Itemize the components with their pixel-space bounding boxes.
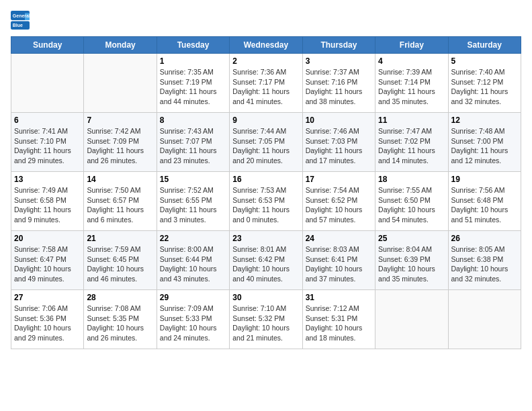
week-row-0: 1Sunrise: 7:35 AM Sunset: 7:19 PM Daylig…	[11, 54, 521, 113]
calendar-cell: 8Sunrise: 7:43 AM Sunset: 7:07 PM Daylig…	[157, 113, 229, 172]
calendar-cell	[375, 290, 448, 349]
day-number: 22	[160, 234, 226, 243]
calendar-cell: 16Sunrise: 7:53 AM Sunset: 6:53 PM Dayli…	[230, 172, 302, 231]
day-header-friday: Friday	[375, 37, 448, 54]
calendar-cell: 18Sunrise: 7:55 AM Sunset: 6:50 PM Dayli…	[375, 172, 448, 231]
calendar-header: SundayMondayTuesdayWednesdayThursdayFrid…	[11, 37, 521, 54]
day-content: Sunrise: 7:39 AM Sunset: 7:14 PM Dayligh…	[378, 67, 445, 107]
day-content: Sunrise: 7:43 AM Sunset: 7:07 PM Dayligh…	[160, 126, 226, 166]
day-number: 5	[451, 56, 518, 66]
week-row-1: 6Sunrise: 7:41 AM Sunset: 7:10 PM Daylig…	[11, 113, 521, 172]
day-content: Sunrise: 7:08 AM Sunset: 5:35 PM Dayligh…	[87, 304, 153, 343]
day-content: Sunrise: 7:10 AM Sunset: 5:32 PM Dayligh…	[232, 304, 299, 343]
day-number: 6	[14, 116, 81, 125]
calendar-cell: 25Sunrise: 8:04 AM Sunset: 6:39 PM Dayli…	[375, 231, 448, 290]
day-content: Sunrise: 7:40 AM Sunset: 7:12 PM Dayligh…	[451, 67, 518, 107]
day-number: 23	[232, 234, 299, 243]
day-content: Sunrise: 7:59 AM Sunset: 6:45 PM Dayligh…	[87, 244, 153, 284]
calendar-cell: 17Sunrise: 7:54 AM Sunset: 6:52 PM Dayli…	[302, 172, 375, 231]
day-header-monday: Monday	[84, 37, 157, 54]
day-number: 4	[378, 56, 445, 66]
calendar-table: SundayMondayTuesdayWednesdayThursdayFrid…	[11, 36, 521, 349]
day-number: 14	[87, 175, 153, 184]
day-number: 10	[306, 116, 372, 125]
day-content: Sunrise: 7:48 AM Sunset: 7:00 PM Dayligh…	[451, 126, 518, 166]
day-content: Sunrise: 7:12 AM Sunset: 5:31 PM Dayligh…	[306, 304, 372, 343]
day-content: Sunrise: 7:54 AM Sunset: 6:52 PM Dayligh…	[306, 185, 372, 225]
calendar-cell	[84, 54, 157, 113]
day-number: 1	[160, 56, 226, 66]
calendar-cell: 11Sunrise: 7:47 AM Sunset: 7:02 PM Dayli…	[375, 113, 448, 172]
day-number: 11	[378, 116, 445, 125]
day-content: Sunrise: 8:01 AM Sunset: 6:42 PM Dayligh…	[232, 244, 299, 284]
calendar-cell: 26Sunrise: 8:05 AM Sunset: 6:38 PM Dayli…	[448, 231, 521, 290]
day-number: 2	[232, 56, 299, 66]
calendar-cell: 14Sunrise: 7:50 AM Sunset: 6:57 PM Dayli…	[84, 172, 157, 231]
calendar-body: 1Sunrise: 7:35 AM Sunset: 7:19 PM Daylig…	[11, 54, 521, 349]
calendar-cell: 2Sunrise: 7:36 AM Sunset: 7:17 PM Daylig…	[230, 54, 302, 113]
calendar-cell: 7Sunrise: 7:42 AM Sunset: 7:09 PM Daylig…	[84, 113, 157, 172]
day-number: 8	[160, 116, 226, 125]
day-number: 16	[232, 175, 299, 184]
calendar-cell: 12Sunrise: 7:48 AM Sunset: 7:00 PM Dayli…	[448, 113, 521, 172]
calendar-cell: 3Sunrise: 7:37 AM Sunset: 7:16 PM Daylig…	[302, 54, 375, 113]
day-content: Sunrise: 7:37 AM Sunset: 7:16 PM Dayligh…	[306, 67, 372, 107]
day-number: 17	[306, 175, 372, 184]
calendar-cell: 19Sunrise: 7:56 AM Sunset: 6:48 PM Dayli…	[448, 172, 521, 231]
logo-icon: General Blue	[11, 11, 30, 30]
day-content: Sunrise: 8:04 AM Sunset: 6:39 PM Dayligh…	[378, 244, 445, 284]
day-header-saturday: Saturday	[448, 37, 521, 54]
calendar-cell: 22Sunrise: 8:00 AM Sunset: 6:44 PM Dayli…	[157, 231, 229, 290]
calendar-cell: 23Sunrise: 8:01 AM Sunset: 6:42 PM Dayli…	[230, 231, 302, 290]
calendar-cell: 20Sunrise: 7:58 AM Sunset: 6:47 PM Dayli…	[11, 231, 84, 290]
day-number: 13	[14, 175, 81, 184]
day-header-wednesday: Wednesday	[230, 37, 302, 54]
calendar-cell: 4Sunrise: 7:39 AM Sunset: 7:14 PM Daylig…	[375, 54, 448, 113]
day-content: Sunrise: 7:49 AM Sunset: 6:58 PM Dayligh…	[14, 185, 81, 225]
day-number: 9	[232, 116, 299, 125]
calendar-cell: 15Sunrise: 7:52 AM Sunset: 6:55 PM Dayli…	[157, 172, 229, 231]
day-number: 12	[451, 116, 518, 125]
week-row-4: 27Sunrise: 7:06 AM Sunset: 5:36 PM Dayli…	[11, 290, 521, 349]
svg-text:General: General	[13, 13, 30, 18]
day-content: Sunrise: 7:53 AM Sunset: 6:53 PM Dayligh…	[232, 185, 299, 225]
day-content: Sunrise: 7:47 AM Sunset: 7:02 PM Dayligh…	[378, 126, 445, 166]
day-number: 26	[451, 234, 518, 243]
day-content: Sunrise: 7:55 AM Sunset: 6:50 PM Dayligh…	[378, 185, 445, 225]
day-header-thursday: Thursday	[302, 37, 375, 54]
page-header: General Blue	[11, 11, 521, 30]
week-row-2: 13Sunrise: 7:49 AM Sunset: 6:58 PM Dayli…	[11, 172, 521, 231]
day-number: 7	[87, 116, 153, 125]
day-number: 25	[378, 234, 445, 243]
calendar-cell: 21Sunrise: 7:59 AM Sunset: 6:45 PM Dayli…	[84, 231, 157, 290]
day-number: 15	[160, 175, 226, 184]
day-content: Sunrise: 7:35 AM Sunset: 7:19 PM Dayligh…	[160, 67, 226, 107]
calendar-cell: 24Sunrise: 8:03 AM Sunset: 6:41 PM Dayli…	[302, 231, 375, 290]
day-content: Sunrise: 8:05 AM Sunset: 6:38 PM Dayligh…	[451, 244, 518, 284]
day-number: 30	[232, 293, 299, 302]
day-number: 19	[451, 175, 518, 184]
day-content: Sunrise: 8:00 AM Sunset: 6:44 PM Dayligh…	[160, 244, 226, 284]
day-content: Sunrise: 8:03 AM Sunset: 6:41 PM Dayligh…	[306, 244, 372, 284]
svg-text:Blue: Blue	[13, 23, 23, 28]
day-header-sunday: Sunday	[11, 37, 84, 54]
day-content: Sunrise: 7:50 AM Sunset: 6:57 PM Dayligh…	[87, 185, 153, 225]
day-number: 24	[306, 234, 372, 243]
logo: General Blue	[11, 11, 30, 30]
calendar-cell: 10Sunrise: 7:46 AM Sunset: 7:03 PM Dayli…	[302, 113, 375, 172]
header-row: SundayMondayTuesdayWednesdayThursdayFrid…	[11, 37, 521, 54]
day-content: Sunrise: 7:36 AM Sunset: 7:17 PM Dayligh…	[232, 67, 299, 107]
calendar-cell: 9Sunrise: 7:44 AM Sunset: 7:05 PM Daylig…	[230, 113, 302, 172]
calendar-cell: 6Sunrise: 7:41 AM Sunset: 7:10 PM Daylig…	[11, 113, 84, 172]
day-number: 20	[14, 234, 81, 243]
day-content: Sunrise: 7:42 AM Sunset: 7:09 PM Dayligh…	[87, 126, 153, 166]
calendar-cell: 13Sunrise: 7:49 AM Sunset: 6:58 PM Dayli…	[11, 172, 84, 231]
day-content: Sunrise: 7:41 AM Sunset: 7:10 PM Dayligh…	[14, 126, 81, 166]
day-content: Sunrise: 7:52 AM Sunset: 6:55 PM Dayligh…	[160, 185, 226, 225]
calendar-cell: 1Sunrise: 7:35 AM Sunset: 7:19 PM Daylig…	[157, 54, 229, 113]
day-number: 29	[160, 293, 226, 302]
week-row-3: 20Sunrise: 7:58 AM Sunset: 6:47 PM Dayli…	[11, 231, 521, 290]
calendar-cell: 30Sunrise: 7:10 AM Sunset: 5:32 PM Dayli…	[230, 290, 302, 349]
day-content: Sunrise: 7:46 AM Sunset: 7:03 PM Dayligh…	[306, 126, 372, 166]
calendar-cell: 28Sunrise: 7:08 AM Sunset: 5:35 PM Dayli…	[84, 290, 157, 349]
